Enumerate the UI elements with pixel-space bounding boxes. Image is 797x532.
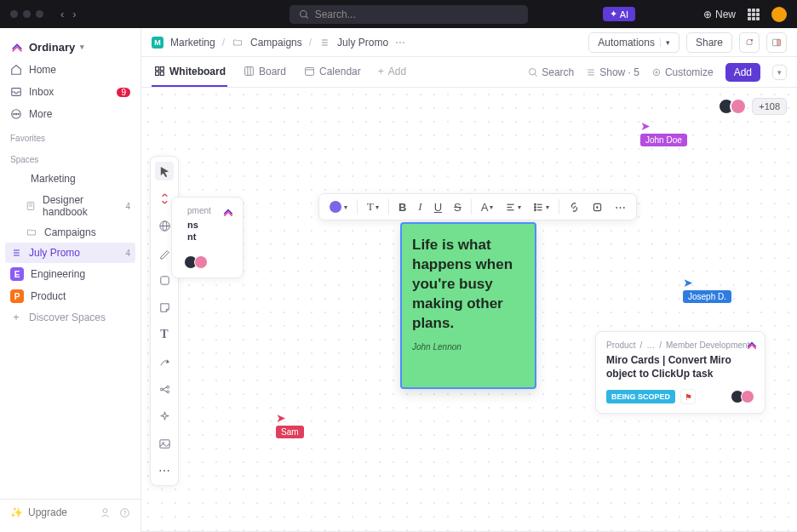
clickup-icon	[746, 339, 758, 351]
crumb-campaigns[interactable]: Campaigns	[250, 37, 302, 49]
task-button[interactable]	[587, 197, 608, 217]
clickup-icon	[222, 206, 234, 218]
svg-line-47	[162, 389, 167, 392]
add-button[interactable]: Add	[725, 63, 760, 82]
text-tool-icon[interactable]: T	[155, 325, 174, 344]
forward-icon[interactable]: ›	[72, 8, 76, 20]
chevron-down-icon[interactable]: ▾	[772, 65, 787, 80]
sidebar-item-designer[interactable]: Designer handbook4	[0, 190, 140, 222]
doc-icon	[26, 200, 36, 212]
format-toolbar: ▾ T▾ B I U S A▾ ▾ ▾ ⋯	[318, 193, 637, 220]
space-marketing[interactable]: DMarketing	[0, 168, 140, 190]
more-format[interactable]: ⋯	[610, 197, 631, 217]
space-badge: E	[10, 267, 24, 281]
text-color[interactable]: A▾	[476, 197, 499, 217]
flag-icon[interactable]: ⚑	[680, 389, 696, 404]
sidebar-toggle-icon[interactable]	[766, 32, 787, 53]
search-views[interactable]: Search	[528, 66, 574, 78]
whiteboard-canvas[interactable]: +108 T ⋯ pment nsnt	[141, 88, 797, 532]
nav-more[interactable]: More	[0, 103, 140, 125]
add-view[interactable]: +Add	[376, 57, 408, 87]
underline-button[interactable]: U	[429, 197, 447, 217]
svg-line-33	[535, 74, 536, 76]
card-avatars	[187, 255, 234, 269]
more-collaborators[interactable]: +108	[752, 98, 787, 115]
back-icon[interactable]: ‹	[60, 8, 64, 20]
status-tag: BEING SCOPED	[606, 390, 675, 403]
sidebar-footer: ✨Upgrade ?	[0, 499, 140, 525]
image-tool-icon[interactable]	[155, 434, 174, 453]
workspace-name: Ordinary	[29, 41, 75, 54]
svg-point-37	[653, 69, 660, 76]
upgrade-link[interactable]: Upgrade	[28, 506, 67, 518]
sticky-author: John Lennon	[412, 342, 525, 352]
show-button[interactable]: Show · 5	[586, 66, 639, 78]
customize-button[interactable]: Customize	[651, 66, 714, 78]
new-button[interactable]: ⊕New	[703, 9, 736, 20]
color-picker[interactable]: ▾	[324, 197, 353, 217]
card-title: nsnt	[187, 219, 234, 243]
strike-button[interactable]: S	[449, 197, 467, 217]
search-input[interactable]: Search...	[290, 5, 528, 24]
svg-rect-22	[777, 39, 781, 46]
avatar-stack[interactable]	[723, 98, 747, 115]
ai-tool-icon[interactable]	[155, 407, 174, 426]
svg-point-38	[656, 71, 657, 72]
space-badge: P	[10, 289, 24, 303]
bold-button[interactable]: B	[393, 197, 411, 217]
space-engineering[interactable]: EEngineering	[0, 263, 140, 285]
select-tool-icon[interactable]	[155, 162, 174, 180]
help-icon[interactable]: ?	[119, 507, 130, 518]
discover-spaces[interactable]: +Discover Spaces	[0, 307, 140, 328]
font-size[interactable]: T▾	[362, 197, 384, 217]
list-button[interactable]: ▾	[528, 197, 554, 217]
link-button[interactable]	[564, 197, 585, 217]
cursor-joseph: ➤Joseph D.	[683, 277, 731, 303]
svg-rect-23	[155, 67, 158, 71]
svg-rect-42	[160, 276, 168, 283]
home-icon	[10, 64, 22, 76]
apps-icon[interactable]	[748, 9, 760, 20]
svg-text:?: ?	[123, 509, 127, 515]
svg-rect-24	[160, 67, 163, 71]
sticky-note[interactable]: Life is what happens when you're busy ma…	[400, 222, 536, 389]
svg-rect-48	[159, 439, 169, 447]
sidebar-item-campaigns[interactable]: Campaigns	[0, 222, 140, 243]
cursor-icon: ➤	[276, 412, 304, 424]
crumb-julypromo[interactable]: July Promo	[337, 37, 388, 49]
nav-home[interactable]: Home	[0, 59, 140, 81]
sidebar-item-julypromo[interactable]: July Promo4	[5, 243, 135, 263]
svg-rect-25	[155, 72, 158, 75]
plus-icon: +	[10, 312, 22, 323]
crumb-marketing[interactable]: Marketing	[170, 37, 215, 49]
workspace-switcher[interactable]: Ordinary ▾	[0, 35, 140, 59]
nav-inbox[interactable]: Inbox9	[0, 81, 140, 103]
more-tools-icon[interactable]: ⋯	[155, 461, 174, 480]
svg-point-6	[18, 113, 19, 114]
inbox-icon	[10, 86, 22, 98]
connector-tool-icon[interactable]	[155, 352, 174, 371]
task-card-miro[interactable]: Product/…/Member Development Miro Cards …	[595, 331, 765, 414]
search-icon	[298, 9, 310, 20]
tab-board[interactable]: Board	[241, 57, 288, 87]
space-badge-small: M	[152, 37, 163, 49]
bell-icon[interactable]	[739, 32, 760, 53]
tab-calendar[interactable]: Calendar	[301, 57, 363, 87]
task-card-partial[interactable]: pment nsnt	[171, 197, 244, 278]
share-button[interactable]: Share	[686, 32, 732, 53]
avatar[interactable]	[771, 7, 787, 22]
sticky-tool-icon[interactable]	[155, 298, 174, 317]
more-icon[interactable]: ⋯	[395, 37, 405, 49]
align-button[interactable]: ▾	[500, 197, 526, 217]
tab-whiteboard[interactable]: Whiteboard	[152, 57, 227, 87]
svg-point-19	[751, 38, 753, 40]
ai-button[interactable]: ✦AI	[603, 7, 635, 21]
user-icon[interactable]	[100, 507, 111, 518]
space-product[interactable]: PProduct	[0, 285, 140, 307]
automations-button[interactable]: Automations▾	[588, 32, 679, 53]
inbox-badge: 9	[117, 88, 130, 97]
chevron-down-icon: ▾	[80, 43, 84, 51]
italic-button[interactable]: I	[413, 197, 427, 217]
svg-point-13	[103, 508, 107, 512]
relation-tool-icon[interactable]	[155, 380, 174, 398]
